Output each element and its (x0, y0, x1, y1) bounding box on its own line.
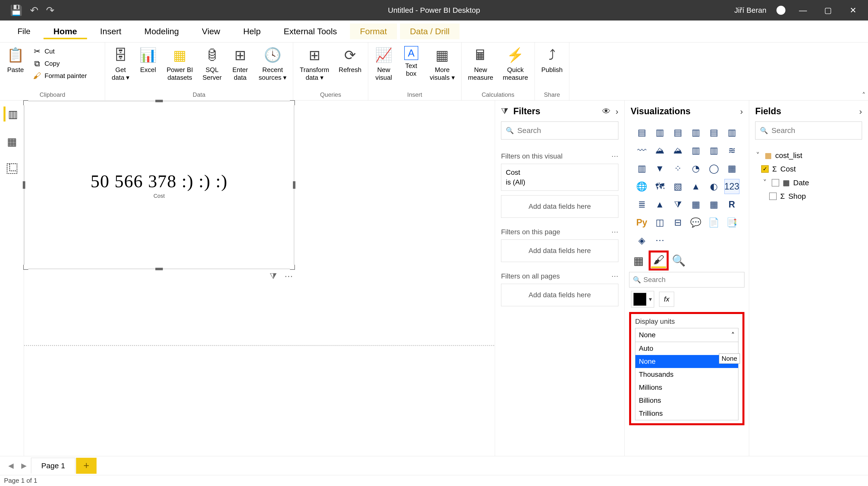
copy-button[interactable]: ⧉Copy (31, 58, 89, 69)
area-chart-icon[interactable]: ⛰ (652, 143, 668, 158)
r-visual-icon[interactable]: R (724, 197, 739, 212)
get-more-visuals-icon[interactable]: ◈ (634, 233, 649, 248)
close-button[interactable]: ✕ (845, 5, 861, 15)
fields-tab-icon[interactable]: ▦ (631, 253, 646, 268)
recent-sources-button[interactable]: 🕓Recent sources ▾ (255, 44, 290, 84)
undo-icon[interactable]: ↶ (30, 4, 38, 16)
display-units-select[interactable]: None ˄ (635, 328, 738, 342)
waterfall-icon[interactable]: ▥ (634, 161, 649, 176)
format-search-input[interactable] (643, 276, 741, 284)
du-option-trillions[interactable]: Trillions (636, 407, 738, 420)
tab-help[interactable]: Help (233, 24, 271, 39)
new-visual-button[interactable]: 📈New visual (371, 44, 396, 84)
data-view-button[interactable]: ▦ (4, 134, 20, 149)
save-icon[interactable]: 💾 (10, 4, 23, 16)
chevron-right-icon[interactable]: › (740, 106, 743, 116)
stacked-column-icon[interactable]: ▥ (652, 125, 668, 140)
pie-chart-icon[interactable]: ◔ (688, 161, 704, 176)
tab-external-tools[interactable]: External Tools (274, 24, 347, 39)
gauge-icon[interactable]: ◐ (706, 179, 721, 194)
paste-button[interactable]: 📋 Paste (3, 44, 28, 76)
du-option-billions[interactable]: Billions (636, 394, 738, 407)
paginated-report-icon[interactable]: 📑 (724, 215, 739, 230)
azure-map-icon[interactable]: ▲ (688, 179, 704, 194)
line-chart-icon[interactable]: 〰 (634, 143, 649, 158)
more-icon[interactable]: ⋯ (611, 228, 618, 236)
pbi-datasets-button[interactable]: ▦Power BI datasets (163, 44, 196, 84)
field-row-date[interactable]: ˅ ▦ Date (753, 176, 864, 190)
eye-icon[interactable]: 👁 (602, 106, 611, 116)
line-clustered-icon[interactable]: ▥ (706, 143, 721, 158)
avatar-icon[interactable] (776, 6, 785, 15)
tab-data-drill[interactable]: Data / Drill (400, 24, 460, 39)
clustered-bar-icon[interactable]: ▤ (671, 125, 685, 140)
tab-file[interactable]: File (7, 24, 40, 39)
redo-icon[interactable]: ↷ (46, 4, 55, 16)
stacked-bar-icon[interactable]: ▤ (634, 125, 649, 140)
stacked-area-icon[interactable]: ⛰ (671, 143, 685, 158)
filter-icon[interactable]: ⧩ (270, 271, 277, 281)
qa-visual-icon[interactable]: 💬 (688, 215, 704, 230)
checkbox-icon[interactable] (772, 179, 779, 187)
funnel-chart-icon[interactable]: ▼ (652, 161, 668, 176)
checkbox-icon[interactable] (769, 193, 777, 200)
tab-home[interactable]: Home (43, 24, 87, 39)
smart-narrative-icon[interactable]: 📄 (706, 215, 721, 230)
minimize-button[interactable]: — (796, 6, 810, 15)
maximize-button[interactable]: ▢ (820, 5, 835, 15)
get-data-button[interactable]: 🗄Get data ▾ (108, 44, 133, 84)
more-icon[interactable]: ⋯ (611, 272, 618, 280)
field-row-cost[interactable]: ✓ Σ Cost (753, 162, 864, 176)
du-option-thousands[interactable]: Thousands (636, 368, 738, 381)
refresh-button[interactable]: ⟳Refresh (335, 44, 365, 76)
decomposition-tree-icon[interactable]: ⊟ (671, 215, 685, 230)
matrix-icon[interactable]: ▦ (706, 197, 721, 212)
kpi-icon[interactable]: ▲ (652, 197, 668, 212)
collapse-ribbon-icon[interactable]: ˄ (862, 91, 866, 99)
tab-format[interactable]: Format (350, 24, 397, 39)
publish-button[interactable]: ⤴Publish (538, 44, 566, 76)
du-option-millions[interactable]: Millions (636, 381, 738, 394)
table-row-cost-list[interactable]: ˅ ▦ cost_list (753, 149, 864, 162)
table-viz-icon[interactable]: ▦ (688, 197, 704, 212)
add-page-button[interactable]: + (76, 458, 97, 474)
filters-search-input[interactable] (517, 126, 614, 135)
text-box-button[interactable]: AText box (399, 44, 424, 79)
excel-button[interactable]: 📊Excel (135, 44, 161, 76)
stacked-bar-100-icon[interactable]: ▤ (706, 125, 721, 140)
new-measure-button[interactable]: 🖩New measure (465, 44, 497, 84)
tab-insert[interactable]: Insert (90, 24, 131, 39)
key-influencers-icon[interactable]: ◫ (652, 215, 668, 230)
format-tab-icon[interactable]: 🖌 (651, 253, 666, 268)
more-icon[interactable]: ⋯ (611, 152, 618, 160)
user-name[interactable]: Jiří Beran (735, 6, 767, 14)
treemap-icon[interactable]: ▦ (724, 161, 739, 176)
scatter-icon[interactable]: ⁘ (671, 161, 685, 176)
all-pages-filter-drop[interactable]: Add data fields here (501, 284, 618, 306)
map-icon[interactable]: 🌐 (634, 179, 649, 194)
report-canvas[interactable]: 50 566 378 :) :) :) Cost ⧩ ⋯ (24, 100, 495, 345)
quick-measure-button[interactable]: ⚡Quick measure (499, 44, 532, 84)
fx-button[interactable]: fx (659, 292, 674, 307)
report-view-button[interactable]: ▥ (3, 106, 19, 122)
prev-page-button[interactable]: ◀ (5, 460, 17, 472)
field-row-shop[interactable]: Σ Shop (753, 190, 864, 203)
chevron-right-icon[interactable]: › (616, 106, 618, 116)
enter-data-button[interactable]: ⊞Enter data (228, 44, 253, 84)
multi-row-card-icon[interactable]: ≣ (634, 197, 649, 212)
du-option-auto[interactable]: Auto (636, 342, 738, 355)
stacked-column-100-icon[interactable]: ▥ (724, 125, 739, 140)
filter-card-cost[interactable]: Cost is (All) (501, 164, 618, 191)
line-column-icon[interactable]: ▥ (688, 143, 704, 158)
chevron-right-icon[interactable]: › (859, 106, 862, 116)
card-icon[interactable]: 123 (724, 179, 739, 194)
page-tab-1[interactable]: Page 1 (31, 458, 75, 474)
sql-server-button[interactable]: 🛢SQL Server (199, 44, 225, 84)
filters-search[interactable]: 🔍 (501, 122, 618, 139)
tab-view[interactable]: View (192, 24, 230, 39)
slicer-icon[interactable]: ⧩ (671, 197, 685, 212)
transform-data-button[interactable]: ⊞Transform data ▾ (296, 44, 333, 84)
more-visuals-button[interactable]: ▦More visuals ▾ (426, 44, 458, 84)
viz-more-icon[interactable]: ⋯ (652, 233, 668, 248)
filled-map-icon[interactable]: 🗺 (652, 179, 668, 194)
